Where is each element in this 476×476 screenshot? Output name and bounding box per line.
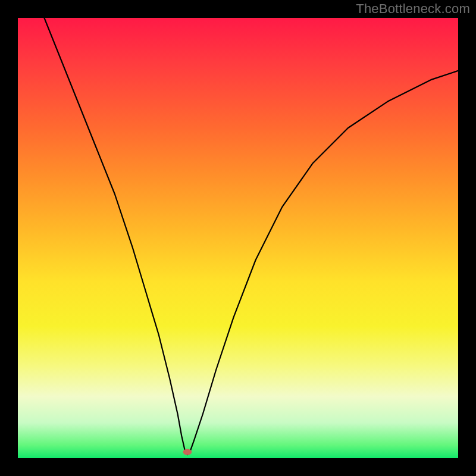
minimum-marker: [183, 449, 192, 455]
bottleneck-curve: [44, 18, 458, 455]
chart-svg: [18, 18, 458, 458]
plot-area: [18, 18, 458, 458]
watermark-text: TheBottleneck.com: [356, 1, 470, 17]
chart-frame: TheBottleneck.com: [0, 0, 476, 476]
